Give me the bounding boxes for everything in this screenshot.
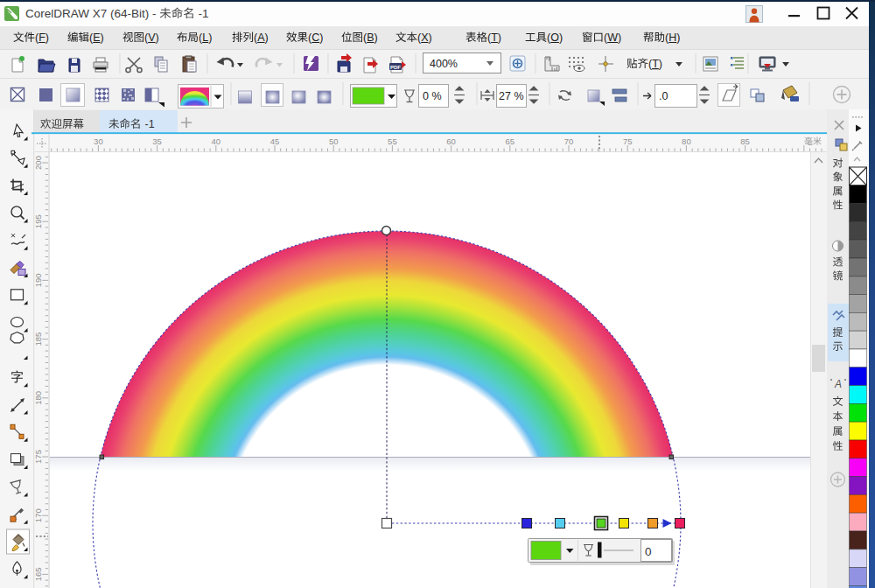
svg-text:65: 65 [506,136,515,146]
svg-text:175: 175 [33,450,43,464]
svg-text:170: 170 [33,508,43,522]
svg-text:0: 0 [645,545,652,558]
svg-text:70: 70 [564,136,574,146]
svg-text:185: 185 [33,332,43,346]
svg-text:35: 35 [152,136,162,146]
svg-text:180: 180 [33,391,43,405]
svg-text:85: 85 [740,136,750,146]
svg-text:55: 55 [388,136,397,146]
svg-text:40: 40 [212,136,221,146]
svg-text:190: 190 [33,273,43,287]
svg-text:PDF: PDF [390,65,401,70]
svg-text:75: 75 [623,136,633,146]
svg-text:.0: .0 [659,90,668,102]
svg-text:(T): (T) [648,58,662,70]
svg-text:-1: -1 [145,118,155,130]
svg-text:200: 200 [33,156,43,170]
svg-text:30: 30 [94,136,103,146]
svg-text:400%: 400% [430,58,458,70]
svg-text:165: 165 [33,567,43,581]
svg-text:80: 80 [682,136,691,146]
svg-text:60: 60 [446,136,456,146]
svg-text:45: 45 [270,136,280,146]
svg-text:27 %: 27 % [499,90,524,102]
svg-text:0 %: 0 % [423,90,442,102]
svg-text:195: 195 [33,214,43,228]
svg-text:A: A [834,378,842,390]
svg-text:50: 50 [329,136,339,146]
